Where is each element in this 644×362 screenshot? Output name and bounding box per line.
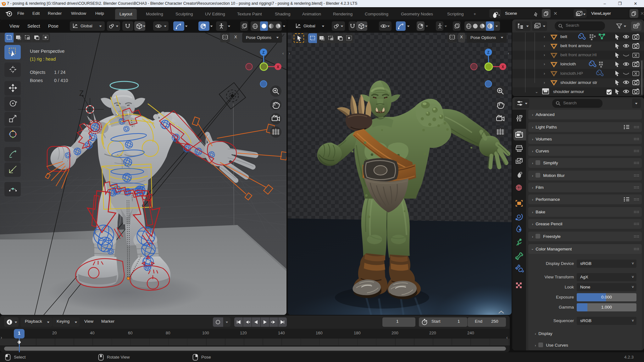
svg-text:X: X — [277, 65, 279, 69]
svg-text:X: X — [502, 65, 504, 69]
svg-text:Z: Z — [262, 50, 264, 55]
svg-text:Z: Z — [487, 50, 489, 55]
svg-text:Z: Z — [79, 89, 84, 97]
